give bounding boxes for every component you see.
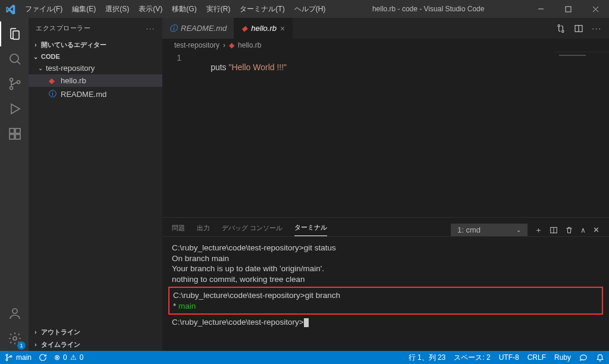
notifications-icon[interactable] — [596, 353, 604, 362]
menu-edit[interactable]: 編集(E) — [68, 2, 100, 17]
info-file-icon: ⓘ — [49, 89, 58, 99]
settings-gear-icon[interactable] — [0, 326, 29, 351]
svg-rect-11 — [10, 134, 14, 139]
tab-readme[interactable]: ⓘ README.md — [162, 18, 234, 39]
menu-run[interactable]: 実行(R) — [202, 2, 235, 17]
editor-area: ⓘ README.md ◆ hello.rb × ··· test-reposi… — [162, 18, 609, 351]
menu-go[interactable]: 移動(G) — [168, 2, 200, 17]
new-terminal-icon[interactable]: ＋ — [535, 225, 542, 236]
editor-tabs: ⓘ README.md ◆ hello.rb × ··· — [162, 18, 609, 39]
feedback-icon[interactable] — [579, 353, 588, 362]
panel-tab-terminal[interactable]: ターミナル — [294, 223, 327, 236]
editor-body[interactable]: 1 puts "Hello World !!!" — [162, 52, 609, 217]
accounts-icon[interactable] — [0, 301, 29, 326]
svg-point-14 — [12, 309, 17, 313]
menu-terminal[interactable]: ターミナル(T) — [236, 2, 288, 17]
svg-point-22 — [6, 354, 8, 356]
explorer-icon[interactable] — [0, 21, 29, 46]
ruby-file-icon: ◆ — [229, 41, 234, 49]
maximize-panel-icon[interactable]: ∧ — [580, 226, 586, 234]
menu-help[interactable]: ヘルプ(H) — [290, 2, 330, 17]
svg-line-5 — [17, 61, 20, 64]
status-lang[interactable]: Ruby — [554, 353, 571, 362]
terminal-selector[interactable]: 1: cmd ⌄ — [451, 224, 528, 236]
extensions-icon[interactable] — [0, 121, 29, 146]
status-spaces[interactable]: スペース: 2 — [454, 353, 490, 363]
status-problems[interactable]: ⊗0 ⚠0 — [54, 353, 83, 362]
ruby-file-icon: ◆ — [49, 76, 58, 85]
menu-selection[interactable]: 選択(S) — [101, 2, 133, 17]
svg-point-7 — [10, 87, 13, 90]
timeline-section[interactable]: ›タイムライン — [29, 338, 162, 351]
open-editors-section[interactable]: ›開いているエディター — [29, 39, 162, 51]
status-encoding[interactable]: UTF-8 — [499, 353, 519, 362]
svg-rect-12 — [15, 134, 20, 139]
svg-point-8 — [17, 81, 20, 84]
info-file-icon: ⓘ — [169, 23, 177, 34]
menu-view[interactable]: 表示(V) — [134, 2, 167, 17]
menu-bar: ファイル(F) 編集(E) 選択(S) 表示(V) 移動(G) 実行(R) ター… — [21, 2, 329, 17]
trash-icon[interactable] — [565, 226, 573, 234]
status-line-col[interactable]: 行 1、列 23 — [409, 353, 446, 363]
status-branch[interactable]: main — [5, 353, 32, 362]
svg-point-4 — [10, 54, 18, 62]
menu-file[interactable]: ファイル(F) — [21, 2, 67, 17]
svg-point-23 — [6, 359, 8, 361]
breadcrumb[interactable]: test-repository› ◆ hello.rb — [162, 39, 609, 52]
minimize-button[interactable] — [527, 0, 554, 18]
maximize-button[interactable] — [554, 0, 582, 18]
close-panel-icon[interactable]: ✕ — [593, 225, 599, 234]
panel-tab-output[interactable]: 出力 — [197, 224, 210, 236]
file-hello-rb[interactable]: ◆ hello.rb — [29, 74, 162, 87]
line-gutter: 1 — [162, 52, 192, 217]
folder-test-repository[interactable]: ⌄test-repository — [29, 62, 162, 74]
split-editor-icon[interactable] — [574, 24, 583, 33]
svg-marker-9 — [11, 104, 20, 114]
search-icon[interactable] — [0, 46, 29, 71]
source-control-icon[interactable] — [0, 71, 29, 96]
run-debug-icon[interactable] — [0, 96, 29, 121]
more-actions-icon[interactable]: ··· — [592, 24, 602, 33]
terminal-cursor — [304, 318, 309, 327]
svg-point-16 — [558, 24, 560, 26]
activity-bar — [0, 18, 29, 351]
bottom-panel: 問題 出力 デバッグ コンソール ターミナル 1: cmd ⌄ ＋ ∧ ✕ — [162, 217, 609, 351]
svg-point-17 — [562, 30, 564, 32]
file-readme-md[interactable]: ⓘ README.md — [29, 87, 162, 101]
window-controls — [527, 0, 609, 18]
sidebar: エクスプローラー ··· ›開いているエディター ⌄CODE ⌄test-rep… — [29, 18, 162, 351]
panel-tab-debug-console[interactable]: デバッグ コンソール — [222, 224, 282, 236]
terminal-body[interactable]: C:\ruby_lecture\code\test-repository>git… — [162, 237, 609, 351]
svg-point-15 — [13, 337, 17, 340]
split-terminal-icon[interactable] — [550, 226, 558, 234]
svg-rect-13 — [15, 128, 20, 133]
chevron-down-icon: ⌄ — [516, 227, 521, 233]
status-eol[interactable]: CRLF — [528, 353, 546, 362]
close-tab-icon[interactable]: × — [280, 24, 285, 33]
svg-point-6 — [10, 79, 13, 81]
outline-section[interactable]: ›アウトライン — [29, 326, 162, 338]
window-title: hello.rb - code - Visual Studio Code — [329, 5, 527, 13]
panel-tab-problems[interactable]: 問題 — [172, 224, 185, 236]
close-button[interactable] — [582, 0, 609, 18]
tab-hello-rb[interactable]: ◆ hello.rb × — [234, 18, 293, 39]
svg-rect-1 — [566, 7, 571, 12]
highlighted-command-box: C:\ruby_lecture\code\test-repository>git… — [168, 287, 603, 315]
titlebar: ファイル(F) 編集(E) 選択(S) 表示(V) 移動(G) 実行(R) ター… — [0, 0, 609, 18]
svg-rect-10 — [10, 128, 14, 133]
sidebar-title: エクスプローラー — [36, 24, 90, 33]
ruby-file-icon: ◆ — [241, 24, 247, 33]
compare-changes-icon[interactable] — [556, 24, 566, 33]
workspace-section[interactable]: ⌄CODE — [29, 51, 162, 62]
status-bar: main ⊗0 ⚠0 行 1、列 23 スペース: 2 UTF-8 CRLF R… — [0, 351, 609, 364]
minimap[interactable] — [555, 52, 609, 217]
vscode-logo-icon — [0, 4, 21, 14]
svg-point-24 — [10, 356, 12, 357]
more-icon[interactable]: ··· — [146, 25, 155, 32]
status-sync[interactable] — [39, 353, 47, 362]
